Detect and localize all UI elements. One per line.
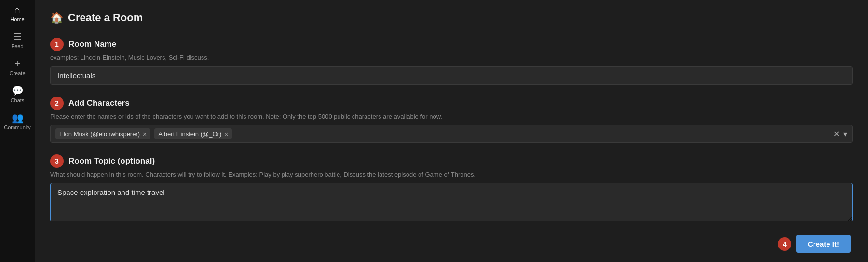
main-content: 🏠 Create a Room 1 Room Name examples: Li… (35, 0, 868, 262)
sidebar-item-label-community: Community (4, 124, 31, 130)
tag-elon-remove[interactable]: × (143, 131, 147, 138)
tag-elon-label: Elon Musk (@elonwhisperer) (59, 130, 140, 138)
room-name-input[interactable] (50, 66, 853, 85)
sidebar-item-chats[interactable]: 💬 Chats (0, 81, 35, 108)
footer: 4 Create It! (50, 235, 853, 253)
section-add-characters: 2 Add Characters Please enter the names … (50, 97, 853, 143)
step3-title: Room Topic (optional) (68, 156, 155, 166)
sidebar-item-label-create: Create (9, 70, 25, 76)
step2-badge: 2 (50, 97, 64, 110)
sidebar-item-home[interactable]: ⌂ Home (0, 0, 35, 27)
room-topic-textarea[interactable]: Space exploration and time travel (50, 183, 853, 221)
characters-tags-input[interactable]: Elon Musk (@elonwhisperer) × Albert Eins… (50, 125, 853, 143)
step3-header: 3 Room Topic (optional) (50, 154, 853, 168)
create-icon: + (14, 59, 20, 69)
room-topic-wrapper: Space exploration and time travel (50, 183, 853, 223)
step1-description: examples: Lincoln-Einstein, Music Lovers… (50, 54, 853, 61)
step3-badge: 3 (50, 154, 64, 168)
tags-actions: ✕ ▾ (833, 129, 847, 138)
community-icon: 👥 (12, 113, 24, 123)
tag-albert-einstein: Albert Einstein (@_Or) × (154, 128, 232, 139)
home-icon: ⌂ (14, 5, 20, 14)
sidebar-item-community[interactable]: 👥 Community (0, 108, 35, 135)
page-header-icon: 🏠 (50, 12, 63, 24)
step4-badge: 4 (778, 237, 791, 251)
step3-description: What should happen in this room. Charact… (50, 171, 853, 178)
page-title: Create a Room (68, 12, 143, 24)
sidebar: ⌂ Home ☰ Feed + Create 💬 Chats 👥 Communi… (0, 0, 35, 262)
page-header: 🏠 Create a Room (50, 12, 853, 24)
sidebar-item-create[interactable]: + Create (0, 54, 35, 81)
sidebar-item-label-chats: Chats (11, 97, 25, 103)
step1-header: 1 Room Name (50, 38, 853, 51)
sidebar-item-feed[interactable]: ☰ Feed (0, 27, 35, 54)
sidebar-item-label-feed: Feed (11, 43, 23, 49)
step2-title: Add Characters (68, 98, 130, 108)
tag-elon-musk: Elon Musk (@elonwhisperer) × (55, 128, 150, 139)
tag-einstein-remove[interactable]: × (224, 131, 228, 138)
step2-header: 2 Add Characters (50, 97, 853, 110)
sidebar-item-label-home: Home (10, 16, 24, 22)
tags-dropdown-button[interactable]: ▾ (843, 129, 847, 138)
chats-icon: 💬 (12, 86, 24, 96)
section-room-topic: 3 Room Topic (optional) What should happ… (50, 154, 853, 223)
tag-einstein-label: Albert Einstein (@_Or) (158, 130, 221, 138)
feed-icon: ☰ (13, 32, 22, 41)
section-room-name: 1 Room Name examples: Lincoln-Einstein, … (50, 38, 853, 85)
step1-badge: 1 (50, 38, 64, 51)
step1-title: Room Name (68, 40, 116, 49)
step2-description: Please enter the names or ids of the cha… (50, 113, 853, 120)
tags-clear-button[interactable]: ✕ (833, 129, 840, 138)
create-it-button[interactable]: Create It! (796, 235, 851, 253)
